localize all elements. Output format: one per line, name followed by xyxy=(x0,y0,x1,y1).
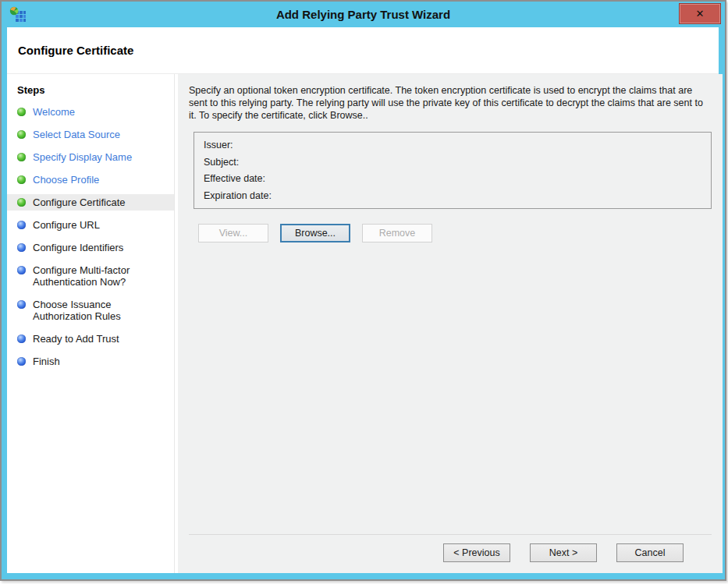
certificate-field-expiration-date: Expiration date: xyxy=(204,190,701,201)
window-title: Add Relying Party Trust Wizard xyxy=(2,8,725,21)
steps-sidebar: Steps WelcomeSelect Data SourceSpecify D… xyxy=(7,74,175,573)
instruction-text: Specify an optional token encryption cer… xyxy=(189,84,710,122)
step-pending-icon xyxy=(17,357,26,366)
main-area: Steps WelcomeSelect Data SourceSpecify D… xyxy=(7,74,719,573)
certificate-buttons: View... Browse... Remove xyxy=(198,224,712,242)
step-pending-icon xyxy=(17,334,26,343)
step-label: Choose Profile xyxy=(33,174,99,186)
step-done-icon xyxy=(17,130,26,139)
browse-button[interactable]: Browse... xyxy=(280,224,350,242)
view-button[interactable]: View... xyxy=(198,224,268,242)
next-button[interactable]: Next > xyxy=(530,543,597,562)
page-header: Configure Certificate xyxy=(7,27,719,74)
step-item-choose-profile: Choose Profile xyxy=(7,172,174,188)
certificate-field-label: Expiration date: xyxy=(204,190,272,201)
step-item-select-data-source: Select Data Source xyxy=(7,126,174,143)
remove-button[interactable]: Remove xyxy=(362,224,432,242)
certificate-field-effective-date: Effective date: xyxy=(204,173,701,184)
step-label: Choose Issuance Authorization Rules xyxy=(33,299,169,322)
cancel-button[interactable]: Cancel xyxy=(616,543,684,562)
step-label: Configure Multi-factor Authentication No… xyxy=(33,264,169,288)
titlebar: Add Relying Party Trust Wizard ✕ xyxy=(2,2,725,27)
wizard-window: Add Relying Party Trust Wizard ✕ Configu… xyxy=(0,0,726,581)
step-label: Select Data Source xyxy=(33,129,120,140)
step-pending-icon xyxy=(17,243,26,252)
step-pending-icon xyxy=(17,266,26,274)
page-title: Configure Certificate xyxy=(18,44,133,57)
close-icon: ✕ xyxy=(696,8,705,19)
step-label: Configure Identifiers xyxy=(33,242,123,253)
certificate-field-label: Subject: xyxy=(204,157,239,168)
step-pending-icon xyxy=(17,300,26,309)
step-item-specify-display-name: Specify Display Name xyxy=(7,149,174,165)
step-item-ready-to-add-trust: Ready to Add Trust xyxy=(7,331,174,347)
certificate-field-issuer: Issuer: xyxy=(204,140,701,150)
step-done-icon xyxy=(17,108,26,116)
wizard-nav-footer: < Previous Next > Cancel xyxy=(189,534,712,573)
content-pane: Specify an optional token encryption cer… xyxy=(178,74,723,573)
certificate-details-box: Issuer:Subject:Effective date:Expiration… xyxy=(194,132,712,209)
step-done-icon xyxy=(17,153,26,161)
step-item-configure-multi-factor-authentication-now: Configure Multi-factor Authentication No… xyxy=(7,262,174,290)
step-item-configure-certificate: Configure Certificate xyxy=(7,194,174,211)
close-button[interactable]: ✕ xyxy=(679,3,721,24)
steps-heading: Steps xyxy=(7,80,174,104)
step-item-choose-issuance-authorization-rules: Choose Issuance Authorization Rules xyxy=(7,296,174,324)
step-item-configure-identifiers: Configure Identifiers xyxy=(7,239,174,256)
step-label: Welcome xyxy=(33,106,75,118)
step-done-icon xyxy=(17,198,26,207)
window-body: Configure Certificate Steps WelcomeSelec… xyxy=(7,27,719,573)
step-item-finish: Finish xyxy=(7,353,174,370)
certificate-field-label: Effective date: xyxy=(204,173,265,184)
step-label: Configure URL xyxy=(33,219,100,231)
steps-list: WelcomeSelect Data SourceSpecify Display… xyxy=(7,104,174,370)
step-label: Finish xyxy=(33,356,60,367)
step-label: Specify Display Name xyxy=(33,151,132,163)
step-pending-icon xyxy=(17,221,26,229)
step-label: Ready to Add Trust xyxy=(33,333,119,345)
step-label: Configure Certificate xyxy=(33,196,126,208)
step-item-welcome: Welcome xyxy=(7,104,174,120)
step-done-icon xyxy=(17,175,26,184)
certificate-field-label: Issuer: xyxy=(204,140,233,150)
certificate-field-subject: Subject: xyxy=(204,157,701,168)
previous-button[interactable]: < Previous xyxy=(443,543,510,562)
step-item-configure-url: Configure URL xyxy=(7,217,174,233)
